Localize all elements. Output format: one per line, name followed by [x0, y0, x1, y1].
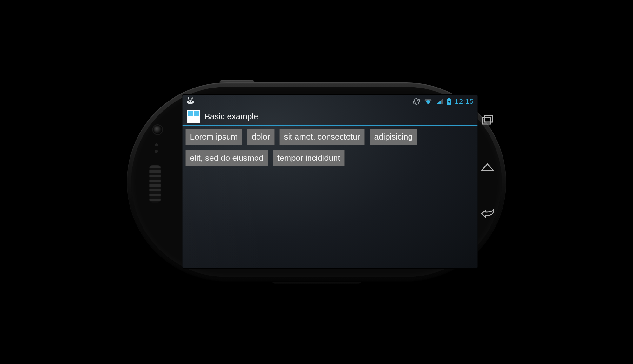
flow-container: Lorem ipsum dolor sit amet, consectetur … [183, 126, 478, 169]
chip-item[interactable]: adipisicing [370, 129, 417, 145]
svg-rect-2 [191, 97, 193, 100]
wifi-icon [423, 98, 432, 105]
recent-apps-button[interactable] [480, 112, 495, 127]
chip-item[interactable]: elit, sed do eiusmod [186, 150, 268, 166]
svg-rect-9 [484, 116, 493, 122]
svg-point-3 [189, 101, 190, 102]
chip-item[interactable]: sit amet, consectetur [280, 129, 365, 145]
svg-rect-5 [414, 98, 419, 105]
front-camera [153, 125, 162, 134]
screen: 12:15 Basic example Lorem ipsum dolor si… [183, 95, 478, 268]
light-sensor [155, 150, 158, 153]
earpiece-speaker [149, 165, 161, 203]
system-nav-bar [478, 103, 497, 262]
status-clock: 12:15 [455, 97, 474, 106]
svg-rect-6 [448, 98, 450, 99]
vibrate-icon [411, 97, 421, 106]
android-notification-icon [186, 97, 195, 106]
status-bar[interactable]: 12:15 [183, 95, 478, 108]
proximity-sensor [155, 143, 158, 146]
action-bar: Basic example [183, 108, 478, 126]
app-icon [187, 110, 200, 123]
chip-item[interactable]: dolor [247, 129, 275, 145]
back-button[interactable] [480, 206, 495, 221]
cell-signal-icon [436, 98, 443, 105]
chip-item[interactable]: Lorem ipsum [186, 129, 242, 145]
svg-point-0 [187, 100, 194, 104]
svg-rect-8 [483, 118, 491, 124]
battery-charging-icon [446, 98, 451, 105]
svg-rect-1 [188, 97, 189, 100]
home-button[interactable] [480, 159, 495, 174]
device-frame: 12:15 Basic example Lorem ipsum dolor si… [127, 82, 506, 282]
chip-item[interactable]: tempor incididunt [273, 150, 345, 166]
app-title: Basic example [205, 112, 258, 121]
svg-point-4 [191, 101, 192, 102]
